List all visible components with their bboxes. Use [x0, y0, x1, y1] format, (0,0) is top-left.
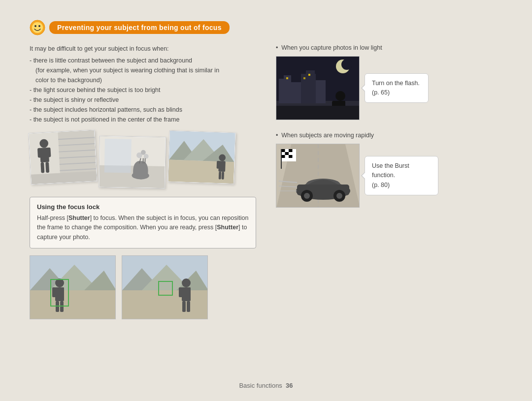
bullet-item-7: - the subject is not positioned in the c… [30, 115, 256, 124]
bullet-item-5: - the subject is shiny or reflective [30, 95, 256, 105]
smiley-icon [30, 20, 45, 35]
right-photo-panel-2 [276, 144, 360, 208]
right-bullet-text-2: • When subjects are moving rapidly [276, 132, 502, 139]
header-title-bar: Preventing your subject from being out o… [49, 21, 230, 34]
svg-rect-77 [316, 80, 326, 103]
svg-rect-93 [285, 152, 289, 155]
illus-panel-3 [167, 130, 236, 184]
svg-point-3 [38, 25, 40, 27]
svg-rect-65 [182, 301, 186, 312]
svg-rect-50 [52, 287, 56, 297]
page-footer: Basic functions 36 [239, 382, 293, 389]
bullet-item-1: - there is little contrast between the s… [30, 56, 256, 65]
illus-panel-2 [99, 136, 166, 188]
svg-rect-17 [40, 162, 44, 173]
bullet-item-4: - the light source behind the subject is… [30, 85, 256, 95]
focus-lock-text: Half-press [Shutter] to focus. When the … [37, 214, 249, 242]
right-img-row-2: Use the Burst function. (p. 80) [276, 144, 502, 208]
illustrations-row [30, 131, 256, 188]
svg-point-101 [304, 193, 310, 199]
svg-rect-39 [221, 161, 224, 169]
header-section: Preventing your subject from being out o… [30, 20, 502, 35]
svg-point-1 [32, 22, 43, 33]
svg-rect-94 [281, 155, 285, 158]
shutter-bold-1: Shutter [68, 215, 90, 221]
svg-rect-63 [179, 287, 183, 297]
focus-img-panel-1 [30, 255, 116, 319]
svg-point-61 [182, 278, 191, 287]
header-title: Preventing your subject from being out o… [57, 24, 222, 31]
callout-text-1-line1: Turn on the flash. [372, 80, 420, 87]
svg-rect-95 [289, 155, 293, 158]
right-bullet-section-1: • When you capture photos in low light [276, 44, 502, 120]
intro-text: It may be difficult to get your subject … [30, 44, 256, 54]
svg-rect-47 [30, 290, 116, 319]
svg-rect-73 [284, 75, 291, 103]
right-photo-panel-1 [276, 56, 360, 120]
right-bullet-text-1: • When you capture photos in low light [276, 44, 502, 51]
bullet-list: - there is little contrast between the s… [30, 56, 256, 124]
svg-rect-80 [308, 74, 310, 76]
right-bullet-section-2: • When subjects are moving rapidly [276, 132, 502, 208]
callout-text-1-line2: (p. 65) [372, 89, 390, 96]
svg-rect-40 [219, 171, 221, 179]
shutter-bold-2: Shutter [217, 224, 238, 231]
svg-point-81 [335, 91, 345, 101]
svg-rect-41 [222, 172, 224, 180]
focus-images-row [30, 255, 256, 319]
svg-rect-51 [60, 287, 64, 297]
svg-point-71 [341, 59, 352, 70]
svg-rect-18 [45, 162, 49, 173]
page-container: Preventing your subject from being out o… [0, 0, 532, 401]
svg-rect-22 [104, 139, 132, 173]
focus-lock-box: Using the focus lock Half-press [Shutter… [30, 197, 256, 248]
focus-lock-title: Using the focus lock [37, 203, 249, 211]
page-number: 36 [286, 382, 293, 389]
svg-rect-85 [276, 106, 360, 120]
right-img-row-1: Turn on the flash. (p. 65) [276, 56, 502, 120]
svg-rect-66 [187, 301, 190, 312]
svg-rect-74 [291, 82, 301, 103]
callout-text-2-line1: Use the Burst function. [372, 162, 409, 179]
illus-panel-1 [28, 129, 97, 185]
svg-point-103 [336, 193, 342, 199]
bullet-item-3: color to the background) [30, 75, 256, 85]
bullet-item-2: (for example, when your subject is weari… [30, 65, 256, 75]
svg-rect-79 [303, 77, 305, 79]
svg-rect-64 [187, 287, 191, 297]
callout-text-2-line2: (p. 80) [372, 182, 390, 188]
svg-rect-60 [122, 290, 208, 319]
svg-rect-92 [289, 149, 293, 152]
svg-rect-91 [281, 149, 285, 152]
callout-box-1: Turn on the flash. (p. 65) [365, 73, 429, 103]
right-column: • When you capture photos in low light [276, 44, 502, 319]
svg-point-2 [34, 25, 36, 27]
svg-rect-15 [37, 148, 42, 157]
footer-label: Basic functions [239, 382, 282, 389]
svg-rect-38 [217, 161, 220, 169]
bullet-item-6: - the subject includes horizontal patter… [30, 105, 256, 115]
left-column: It may be difficult to get your subject … [30, 44, 256, 319]
focus-img-panel-2 [122, 255, 208, 319]
svg-rect-78 [286, 77, 288, 79]
callout-box-2: Use the Burst function. (p. 80) [365, 156, 438, 195]
content-layout: It may be difficult to get your subject … [30, 44, 502, 319]
svg-rect-16 [47, 147, 51, 157]
